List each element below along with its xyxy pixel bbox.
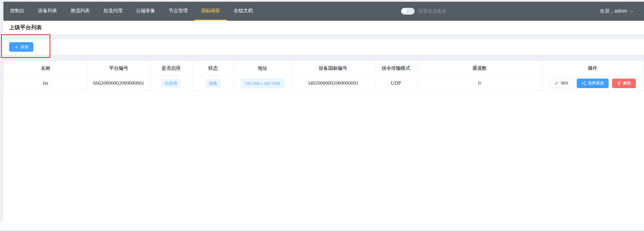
- add-button-label: 添加: [20, 44, 29, 50]
- nav-item-push-list[interactable]: 推流列表: [64, 2, 97, 21]
- cell-enabled: 已启用: [150, 76, 192, 91]
- nav-item-gb-cascade[interactable]: 国标级联: [194, 2, 227, 21]
- alarm-push-toggle[interactable]: [401, 8, 415, 15]
- delete-button-label: 删除: [623, 80, 631, 86]
- col-header-channels: 通道数: [417, 61, 542, 76]
- edit-button[interactable]: 编辑: [550, 79, 573, 88]
- app-container: 控制台 设备列表 推流列表 拉流代理 云端录像 节点管理 国标级联 在线文档 报…: [3, 2, 644, 222]
- nav-item-online-docs[interactable]: 在线文档: [227, 2, 260, 21]
- nav-item-node-manage[interactable]: 节点管理: [162, 2, 194, 21]
- alarm-push-label: 报警信息推送: [418, 8, 447, 14]
- plus-icon: ＋: [14, 45, 19, 49]
- select-channel-label: 选择通道: [588, 80, 604, 86]
- platform-table-card: 名称 平台编号 是否启用 状态 地址 设备国标编号 信令传输模式 通道数 操作 …: [3, 61, 644, 222]
- edit-pen-icon: [554, 81, 559, 85]
- alarm-push-group: 报警信息推送: [401, 8, 447, 15]
- col-header-enabled: 是否启用: [150, 61, 192, 76]
- main-menu: 控制台 设备列表 推流列表 拉流代理 云端录像 节点管理 国标级联 在线文档: [3, 2, 260, 21]
- select-channel-button[interactable]: 选择通道: [577, 79, 609, 88]
- col-header-status: 状态: [192, 61, 233, 76]
- nav-item-console[interactable]: 控制台: [3, 2, 31, 21]
- status-badge: 在线: [206, 79, 221, 87]
- add-button[interactable]: ＋ 添加: [9, 42, 33, 52]
- top-navbar: 控制台 设备列表 推流列表 拉流代理 云端录像 节点管理 国标级联 在线文档 报…: [3, 2, 644, 21]
- address-badge: 192.168.1.242:1506: [241, 79, 284, 88]
- nav-item-pull-proxy[interactable]: 拉流代理: [97, 2, 129, 21]
- trash-icon: [617, 81, 621, 85]
- user-menu[interactable]: 欢迎，admin: [600, 8, 634, 14]
- cell-name: lin: [4, 76, 88, 91]
- col-header-platform-id: 平台编号: [87, 61, 150, 76]
- col-header-name: 名称: [4, 61, 88, 76]
- divider: [3, 55, 644, 61]
- cell-address: 192.168.1.242:1506: [234, 76, 292, 91]
- nav-item-device-list[interactable]: 设备列表: [31, 2, 64, 21]
- table-header-row: 名称 平台编号 是否启用 状态 地址 设备国标编号 信令传输模式 通道数 操作: [4, 61, 644, 76]
- table-row: lin 66620000002000000001 已启用 在线 192.168.…: [4, 76, 644, 91]
- col-header-address: 地址: [234, 61, 292, 76]
- nav-spacer: [447, 2, 600, 21]
- cell-transport: UDP: [375, 76, 417, 91]
- page-title: 上级平台列表: [9, 24, 42, 31]
- share-icon: [581, 81, 586, 85]
- cell-operations: 编辑 选择通道: [542, 76, 644, 91]
- title-band: 上级平台列表: [3, 21, 644, 34]
- col-header-operations: 操作: [542, 61, 644, 76]
- nav-spacer: [260, 2, 401, 21]
- divider: [3, 34, 644, 39]
- cell-device-gb-id: 34020000002000000001: [291, 76, 375, 91]
- horizontal-scrollbar[interactable]: [0, 222, 644, 230]
- toggle-knob: [402, 9, 407, 14]
- row-actions: 编辑 选择通道: [542, 79, 644, 88]
- nav-item-cloud-record[interactable]: 云端录像: [129, 2, 162, 21]
- col-header-transport: 信令传输模式: [375, 61, 417, 76]
- edit-button-label: 编辑: [560, 80, 569, 86]
- col-header-device-gb-id: 设备国标编号: [291, 61, 375, 76]
- platform-table: 名称 平台编号 是否启用 状态 地址 设备国标编号 信令传输模式 通道数 操作 …: [3, 61, 644, 91]
- cell-status: 在线: [192, 76, 233, 91]
- chevron-down-icon: [630, 10, 634, 13]
- welcome-text: 欢迎，admin: [600, 8, 627, 14]
- delete-button[interactable]: 删除: [612, 79, 636, 88]
- toolbar: ＋ 添加: [3, 39, 644, 55]
- enabled-badge: 已启用: [161, 79, 180, 87]
- cell-channels: 0: [417, 76, 542, 91]
- cell-platform-id: 66620000002000000001: [87, 76, 150, 91]
